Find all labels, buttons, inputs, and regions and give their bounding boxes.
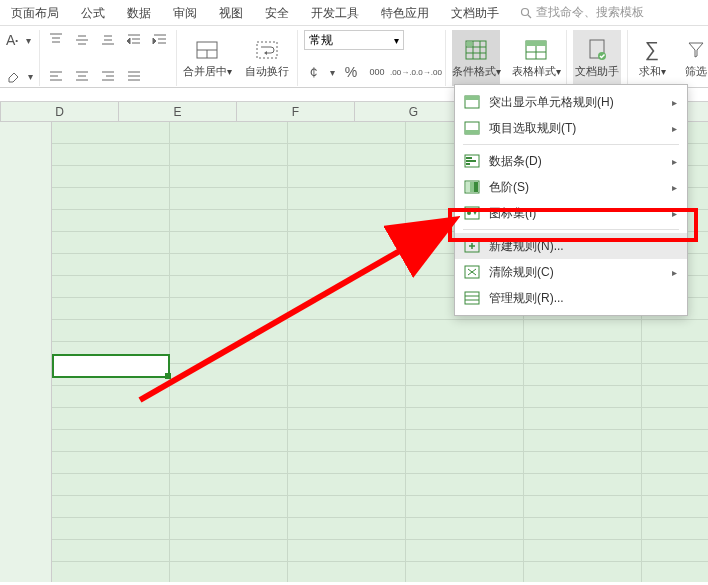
tab-view[interactable]: 视图 bbox=[208, 0, 254, 26]
merge-center-button[interactable]: 合并居中▾ bbox=[183, 30, 231, 86]
conditional-format-button[interactable]: 条件格式▾ bbox=[452, 30, 500, 86]
doc-helper-label: 文档助手 bbox=[575, 64, 619, 79]
svg-rect-60 bbox=[470, 182, 474, 192]
tab-doc-helper[interactable]: 文档助手 bbox=[440, 0, 510, 26]
eraser-dropdown[interactable]: ▾ bbox=[28, 66, 33, 86]
svg-point-63 bbox=[467, 211, 471, 215]
submenu-arrow-icon: ▸ bbox=[672, 208, 677, 219]
svg-rect-42 bbox=[467, 42, 472, 46]
indent-decrease-button[interactable] bbox=[124, 30, 144, 50]
align-center-button[interactable] bbox=[72, 66, 92, 86]
svg-marker-19 bbox=[153, 38, 156, 44]
tab-page-layout[interactable]: 页面布局 bbox=[0, 0, 70, 26]
menu-color-scales[interactable]: 色阶(S) ▸ bbox=[455, 174, 687, 200]
justify-button[interactable] bbox=[124, 66, 144, 86]
submenu-arrow-icon: ▸ bbox=[672, 182, 677, 193]
active-cell[interactable] bbox=[52, 354, 170, 378]
search-placeholder: 查找命令、搜索模板 bbox=[536, 4, 644, 21]
search-icon bbox=[520, 7, 532, 19]
svg-rect-56 bbox=[466, 160, 476, 162]
menu-item-label: 新建规则(N)... bbox=[489, 238, 677, 255]
filter-button[interactable]: 筛选 bbox=[682, 30, 708, 86]
doc-helper-group: 文档助手 bbox=[567, 30, 628, 86]
tab-featured[interactable]: 特色应用 bbox=[370, 0, 440, 26]
svg-line-1 bbox=[528, 15, 531, 18]
top-bottom-icon bbox=[463, 119, 481, 137]
sum-button[interactable]: ∑ 求和▾ bbox=[634, 30, 670, 86]
command-search[interactable]: 查找命令、搜索模板 bbox=[520, 4, 644, 21]
menu-top-bottom-rules[interactable]: 项目选取规则(T) ▸ bbox=[455, 115, 687, 141]
tab-security[interactable]: 安全 bbox=[254, 0, 300, 26]
clear-rules-icon bbox=[463, 263, 481, 281]
svg-rect-61 bbox=[474, 182, 478, 192]
col-header[interactable]: D bbox=[1, 102, 119, 121]
filter-label: 筛选 bbox=[685, 64, 707, 79]
table-style-button[interactable]: 表格样式▾ bbox=[512, 30, 560, 86]
currency-button[interactable]: ￠ bbox=[304, 62, 324, 82]
menu-item-label: 突出显示单元格规则(H) bbox=[489, 94, 672, 111]
align-top-button[interactable] bbox=[46, 30, 66, 50]
submenu-arrow-icon: ▸ bbox=[672, 156, 677, 167]
menu-separator bbox=[463, 229, 679, 230]
doc-helper-icon bbox=[585, 38, 609, 62]
menu-manage-rules[interactable]: 管理规则(R)... bbox=[455, 285, 687, 311]
number-group: 常规 ▾ ￠▾ % 000 .00→.0 .0→.00 bbox=[298, 30, 446, 86]
svg-rect-44 bbox=[526, 41, 546, 46]
col-header[interactable]: E bbox=[119, 102, 237, 121]
wrap-label: 自动换行 bbox=[245, 64, 289, 79]
tab-formula[interactable]: 公式 bbox=[70, 0, 116, 26]
menu-item-label: 清除规则(C) bbox=[489, 264, 672, 281]
new-rule-icon bbox=[463, 237, 481, 255]
currency-dropdown[interactable]: ▾ bbox=[330, 67, 335, 78]
indent-increase-button[interactable] bbox=[150, 30, 170, 50]
align-left-button[interactable] bbox=[46, 66, 66, 86]
ribbon: A• ▾ ▾ 合并居中▾ bbox=[0, 26, 708, 88]
align-group bbox=[40, 30, 177, 86]
menu-icon-sets[interactable]: 图标集(I) ▸ bbox=[455, 200, 687, 226]
svg-marker-36 bbox=[264, 51, 267, 55]
number-format-select[interactable]: 常规 ▾ bbox=[304, 30, 404, 50]
tab-data[interactable]: 数据 bbox=[116, 0, 162, 26]
table-style-icon bbox=[524, 38, 548, 62]
decimal-increase-button[interactable]: .00→.0 bbox=[393, 62, 413, 82]
merge-icon bbox=[195, 38, 219, 62]
svg-marker-2 bbox=[9, 73, 18, 82]
clipboard-group: A• ▾ ▾ bbox=[0, 30, 40, 86]
sum-group: ∑ 求和▾ bbox=[628, 30, 676, 86]
svg-rect-51 bbox=[465, 96, 479, 100]
svg-marker-49 bbox=[689, 43, 703, 57]
tab-dev-tools[interactable]: 开发工具 bbox=[300, 0, 370, 26]
menu-new-rule[interactable]: 新建规则(N)... bbox=[455, 233, 687, 259]
wrap-text-button[interactable]: 自动换行 bbox=[243, 30, 291, 86]
menu-bar: 页面布局 公式 数据 审阅 视图 安全 开发工具 特色应用 文档助手 查找命令、… bbox=[0, 0, 708, 26]
svg-rect-59 bbox=[466, 182, 470, 192]
wrap-group: 自动换行 bbox=[237, 30, 298, 86]
color-scales-icon bbox=[463, 178, 481, 196]
svg-point-0 bbox=[522, 8, 529, 15]
merge-label: 合并居中▾ bbox=[183, 64, 232, 79]
text-format-dropdown[interactable]: ▾ bbox=[24, 30, 33, 50]
wrap-icon bbox=[255, 38, 279, 62]
table-style-group: 表格样式▾ bbox=[506, 30, 567, 86]
funnel-icon bbox=[684, 38, 708, 62]
menu-highlight-rules[interactable]: 突出显示单元格规则(H) ▸ bbox=[455, 89, 687, 115]
eraser-button[interactable] bbox=[6, 66, 22, 86]
align-bottom-button[interactable] bbox=[98, 30, 118, 50]
svg-rect-71 bbox=[465, 292, 479, 304]
align-middle-button[interactable] bbox=[72, 30, 92, 50]
align-right-button[interactable] bbox=[98, 66, 118, 86]
doc-helper-button[interactable]: 文档助手 bbox=[573, 30, 621, 86]
fill-handle[interactable] bbox=[165, 373, 171, 379]
filter-group: 筛选 bbox=[676, 30, 708, 86]
decimal-decrease-button[interactable]: .0→.00 bbox=[419, 62, 439, 82]
percent-button[interactable]: % bbox=[341, 62, 361, 82]
menu-data-bars[interactable]: 数据条(D) ▸ bbox=[455, 148, 687, 174]
tab-review[interactable]: 审阅 bbox=[162, 0, 208, 26]
thousands-button[interactable]: 000 bbox=[367, 62, 387, 82]
row-headers[interactable] bbox=[0, 122, 52, 582]
menu-clear-rules[interactable]: 清除规则(C) ▸ bbox=[455, 259, 687, 285]
col-header[interactable]: F bbox=[237, 102, 355, 121]
font-size-button[interactable]: A• bbox=[6, 30, 18, 50]
manage-rules-icon bbox=[463, 289, 481, 307]
svg-rect-53 bbox=[465, 130, 479, 134]
